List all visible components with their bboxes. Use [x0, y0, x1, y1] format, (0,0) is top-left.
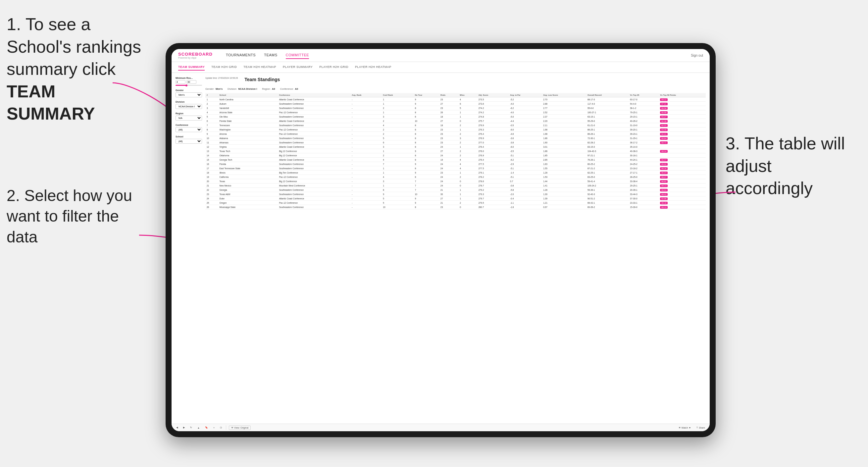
share-small-btn[interactable]: ▲ — [196, 426, 201, 430]
plus-btn[interactable]: + — [212, 426, 216, 430]
region-select[interactable]: N/A East West — [176, 116, 202, 121]
nav-teams[interactable]: TEAMS — [264, 52, 277, 59]
rank-slider-thumb[interactable] — [185, 85, 187, 87]
cell-overall: 86-26-1 — [586, 132, 628, 136]
sub-nav-player-h2h-heatmap[interactable]: PLAYER H2H HEATMAP — [355, 64, 392, 70]
table-row: 23 Texas A&M Southeastern Conference - 9… — [205, 192, 706, 196]
cell-rank: 23 — [205, 192, 218, 196]
filter-display-row: Gender: Men's Division: NCAA Division I … — [205, 88, 706, 90]
cell-rnds: 23 — [439, 132, 458, 136]
region-label: Region — [176, 112, 202, 115]
cell-vs-top25: 29-25-1 — [628, 184, 659, 188]
cell-rnds: 21 — [439, 188, 458, 192]
share-btn[interactable]: ⇧ Share — [695, 426, 706, 430]
cell-rnds: 21 — [439, 201, 458, 205]
cell-wins: 1 — [458, 145, 477, 149]
cell-overall: 109-24-2 — [586, 184, 628, 188]
table-row: 6 Florida State Atlantic Coast Conferenc… — [205, 119, 706, 123]
conference-label: Conference — [176, 124, 202, 126]
cell-avg-rank: - — [350, 205, 381, 209]
gender-select[interactable]: Men's Women's — [176, 92, 202, 97]
cell-conf-rank: 2 — [381, 106, 413, 110]
min-rank-to-input[interactable] — [186, 80, 196, 84]
cell-conf-rank: 3 — [381, 179, 413, 184]
cell-vs-top25: 15-30-0 — [628, 205, 659, 209]
cell-conf-rank: 10 — [381, 205, 413, 209]
cell-school: Auburn — [218, 102, 278, 106]
cell-adj-score: 278.7 — [477, 184, 509, 188]
sub-nav-team-h2h-grid[interactable]: TEAM H2H GRID — [211, 64, 237, 70]
cell-wins: 4 — [458, 166, 477, 170]
update-time: Update time: 27/03/2024 16:56:26 — [205, 77, 238, 79]
table-row: 12 Virginia Atlantic Coast Conference - … — [205, 145, 706, 149]
watch-btn[interactable]: 👁 Watch ▼ — [677, 426, 692, 430]
cell-avg-low: 1.28 — [542, 188, 586, 192]
cell-overall: 88-17-0 — [586, 97, 628, 102]
cell-no-tour: 8 — [414, 132, 439, 136]
cell-avg-to-par: 0.7 — [509, 179, 542, 184]
cell-conference: Atlantic Coast Conference — [278, 119, 351, 123]
cell-school: Mississippi State — [218, 205, 278, 209]
conference-select[interactable]: (All) — [176, 127, 202, 132]
sub-nav-team-h2h-heatmap[interactable]: TEAM H2H HEATMAP — [243, 64, 276, 70]
cell-conf-rank: 4 — [381, 123, 413, 127]
col-points: Vs Top 50 Points — [659, 93, 706, 97]
cell-points: 80.71 — [659, 141, 706, 145]
min-rank-label: Minimum Rou... — [176, 77, 202, 79]
cell-overall: 87-21-2 — [586, 166, 628, 170]
cell-overall: 66-42-1 — [586, 201, 628, 205]
sign-out-button[interactable]: Sign out — [691, 54, 703, 57]
cell-rnds: 23 — [439, 127, 458, 132]
cell-avg-to-par: -5.8 — [509, 188, 542, 192]
cell-avg-rank: - — [350, 119, 381, 123]
cell-adj-score: 276.4 — [477, 145, 509, 149]
cell-vs-top25: 28-25-0 — [628, 175, 659, 179]
cell-rnds: 24 — [439, 166, 458, 170]
cell-rank: 14 — [205, 153, 218, 158]
view-original-btn[interactable]: 👁 View: Original — [229, 426, 251, 430]
nav-tournaments[interactable]: TOURNAMENTS — [226, 52, 256, 59]
reload-btn[interactable]: ↻ — [189, 426, 193, 430]
sub-nav-player-h2h-grid[interactable]: PLAYER H2H GRID — [319, 64, 348, 70]
bookmark-btn[interactable]: 🔖 — [204, 426, 209, 430]
table-row: 2 Auburn Southeastern Conference - 1 9 2… — [205, 102, 706, 106]
back-btn[interactable]: ◀ — [175, 426, 179, 430]
cell-avg-rank: - — [350, 201, 381, 205]
division-select[interactable]: NCAA Division I NCAA Division II — [176, 104, 202, 109]
sub-nav-team-summary[interactable]: TEAM SUMMARY — [178, 64, 205, 70]
cell-adj-score: 276.9 — [477, 153, 509, 158]
school-select[interactable]: (All) — [176, 139, 202, 144]
cell-conf-rank: 4 — [381, 158, 413, 162]
cell-avg-rank: - — [350, 153, 381, 158]
cell-avg-to-par: -0.8 — [509, 184, 542, 188]
sub-nav-player-summary[interactable]: PLAYER SUMMARY — [283, 64, 313, 70]
cell-no-tour: 7 — [414, 179, 439, 184]
clock-btn[interactable]: ◷ — [219, 426, 223, 430]
min-rank-filter: Minimum Rou... — [176, 77, 202, 86]
min-rank-from-input[interactable] — [176, 80, 185, 84]
cell-avg-low: 1.41 — [542, 184, 586, 188]
cell-conf-rank: 7 — [381, 162, 413, 166]
cell-rnds: 23 — [439, 141, 458, 145]
cell-avg-rank: - — [350, 179, 381, 184]
forward-btn[interactable]: ▶ — [182, 426, 186, 430]
cell-avg-to-par: -5.0 — [509, 115, 542, 119]
cell-wins: 0 — [458, 119, 477, 123]
cell-rank: 24 — [205, 196, 218, 201]
nav-committee[interactable]: COMMITTEE — [286, 52, 309, 59]
cell-rank: 7 — [205, 123, 218, 127]
cell-points: 86.47 — [659, 158, 706, 162]
cell-avg-rank: - — [350, 127, 381, 132]
table-row: 18 Illinois Big Ten Conference - 1 9 23 … — [205, 170, 706, 175]
cell-rank: 12 — [205, 145, 218, 149]
cell-rank: 9 — [205, 132, 218, 136]
cell-avg-rank: - — [350, 166, 381, 170]
cell-school: North Carolina — [218, 97, 278, 102]
cell-points: 85.58 — [659, 110, 706, 115]
cell-overall: 80-25-2 — [586, 162, 628, 166]
cell-rnds: 27 — [439, 196, 458, 201]
filters-sidebar: Minimum Rou... Gender Men's Women's — [176, 77, 202, 419]
cell-avg-rank: - — [350, 145, 381, 149]
cell-overall: 95-6-0 — [586, 106, 628, 110]
table-row: 1 North Carolina Atlantic Coast Conferen… — [205, 97, 706, 102]
